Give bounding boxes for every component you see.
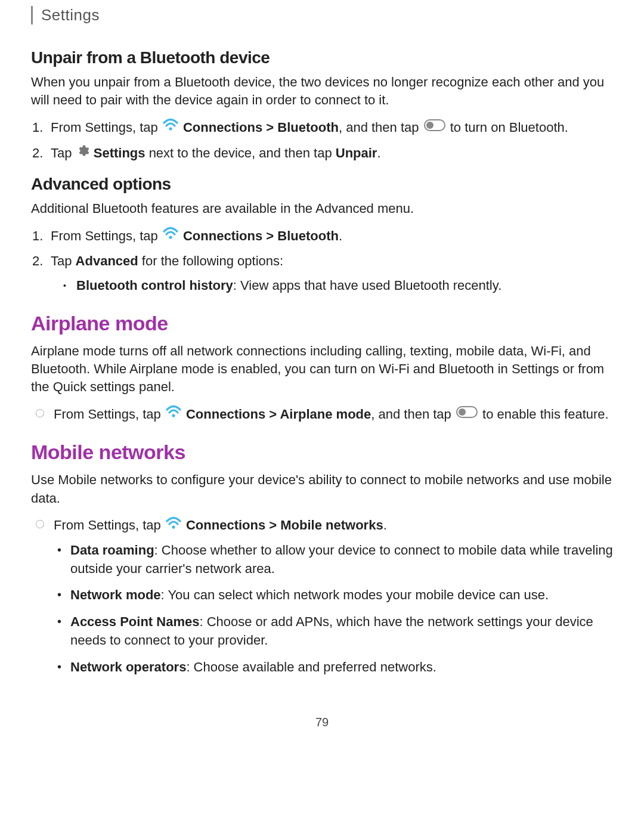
list-advanced-sub: Bluetooth control history: View apps tha… <box>31 277 613 295</box>
connections-icon <box>166 404 181 423</box>
bullet-mobile-step: From Settings, tap Connections > Mobile … <box>50 516 613 535</box>
bullet-data-roaming: Data roaming: Choose whether to allow yo… <box>67 541 613 578</box>
svg-point-7 <box>172 525 175 528</box>
svg-point-0 <box>169 128 172 131</box>
heading-advanced: Advanced options <box>31 175 613 194</box>
list-unpair-steps: From Settings, tap Connections > Bluetoo… <box>31 118 613 163</box>
bullet-apn: Access Point Names: Choose or add APNs, … <box>67 613 613 650</box>
page-number: 79 <box>31 716 613 729</box>
toggle-off-icon <box>456 404 478 423</box>
list-mobile: From Settings, tap Connections > Mobile … <box>31 516 613 535</box>
list-mobile-items: Data roaming: Choose whether to allow yo… <box>31 541 613 677</box>
text-mobile-intro: Use Mobile networks to configure your de… <box>31 471 613 507</box>
heading-airplane: Airplane mode <box>31 312 613 335</box>
svg-point-2 <box>426 122 434 129</box>
step-advanced-2: Tap Advanced for the following options: <box>48 252 613 270</box>
heading-unpair: Unpair from a Bluetooth device <box>31 48 613 67</box>
list-airplane: From Settings, tap Connections > Airplan… <box>31 405 613 425</box>
connections-icon <box>166 516 181 534</box>
bullet-network-operators: Network operators: Choose available and … <box>67 658 613 677</box>
svg-point-6 <box>459 408 466 416</box>
gear-icon <box>76 144 89 162</box>
text-airplane-intro: Airplane mode turns off all network conn… <box>31 342 613 397</box>
connections-icon <box>163 117 178 136</box>
page-header: Settings <box>31 6 613 24</box>
step-unpair-2: Tap Settings next to the device, and the… <box>48 144 613 163</box>
text-advanced-intro: Additional Bluetooth features are availa… <box>31 200 613 218</box>
connections-icon <box>163 226 178 244</box>
toggle-off-icon <box>424 117 445 136</box>
text-unpair-intro: When you unpair from a Bluetooth device,… <box>31 73 613 110</box>
step-advanced-1: From Settings, tap Connections > Bluetoo… <box>48 227 613 246</box>
bullet-network-mode: Network mode: You can select which netwo… <box>67 586 613 605</box>
step-unpair-1: From Settings, tap Connections > Bluetoo… <box>48 118 613 138</box>
page-header-title: Settings <box>41 6 100 24</box>
heading-mobile: Mobile networks <box>31 441 613 464</box>
list-advanced-steps: From Settings, tap Connections > Bluetoo… <box>31 227 613 271</box>
bullet-airplane-step: From Settings, tap Connections > Airplan… <box>50 405 613 425</box>
svg-point-4 <box>172 414 175 417</box>
bullet-bt-history: Bluetooth control history: View apps tha… <box>74 277 613 295</box>
svg-point-3 <box>169 236 172 239</box>
